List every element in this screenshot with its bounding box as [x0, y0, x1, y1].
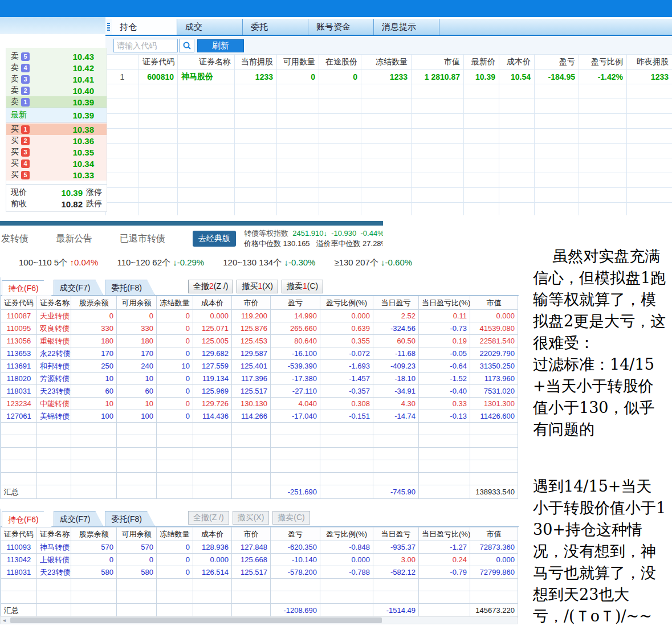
table2-tabs: 持仓(F6)成交(F7)委托(F8)全撤(Z /)撤买(X)撤卖(C): [1, 509, 519, 527]
table1-tab-2[interactable]: 委托(F8): [105, 280, 155, 295]
ask-badge-icon: 5: [21, 52, 30, 61]
bid-badge-icon: 2: [21, 137, 30, 145]
bid-badge-icon: 3: [21, 148, 30, 157]
bid-levels: 买 1 10.38 买 2 10.36 买 3 10.35 买 4 10.34 …: [6, 122, 107, 181]
table2-cancel-button-2: 撤卖(C): [272, 511, 309, 525]
range-filter-0[interactable]: 100~110 5个 ↑0.04%: [19, 257, 98, 268]
sim-account1-panel: 持仓(F6)成交(F7)委托(F8)全撤2(Z /)撤买1(X)撤卖1(C)证券…: [0, 277, 519, 499]
holdings-row: 1600810神马股份12330012331 2810.8710.3910.54…: [106, 69, 672, 84]
scrollbar-thumb[interactable]: [10, 617, 382, 623]
table1-grid: 证券代码证券名称股票余额可用余额冻结数量成本价市价盈亏盈亏比例(%)当日盈亏当日…: [1, 296, 518, 499]
bond-row: 127061美锦转债1001000114.436114.266-17.040-0…: [1, 410, 518, 423]
range-filter-3[interactable]: ≥130 207个 ↓-0.60%: [334, 257, 412, 268]
user-note-text: 虽然对实盘充满信心，但模拟盘1跑输等权就算了，模拟盘2更是大亏，这很难受： 过滤…: [533, 224, 666, 626]
bond-row: 118031天23转债60600125.969125.517-27.110-0.…: [1, 385, 518, 398]
summary-row: 汇总 -1208.690 -1514.49 145673.220: [1, 604, 518, 617]
account-tab-0[interactable]: 持仓: [112, 19, 177, 35]
quote-footer-row: 前收 10.82 跌停: [6, 198, 107, 210]
note-paragraph-2: 遇到14/15+当天小于转股价值小于130+持仓这种情况，没有想到，神马亏也就算…: [533, 476, 666, 626]
latest-price-row: 最新 10.39: [6, 108, 107, 122]
summary-row: 汇总 -251.690 -745.90 138933.540: [1, 485, 518, 499]
ask-level-5[interactable]: 卖 5 10.43: [6, 51, 107, 62]
bond-row: 113056重银转债1801800125.005125.45380.6400.3…: [1, 335, 518, 347]
range-filter-1[interactable]: 110~120 62个 ↓-0.29%: [117, 257, 204, 268]
bid-level-4[interactable]: 买 4 10.34: [6, 158, 107, 169]
table1-cancel-button-2[interactable]: 撤卖1(C): [282, 280, 323, 293]
table2-grid: 证券代码证券名称股票余额可用余额冻结数量成本价市价盈亏盈亏比例(%)当日盈亏当日…: [1, 527, 518, 617]
table1-tabs: 持仓(F6)成交(F7)委托(F8)全撤2(Z /)撤买1(X)撤卖1(C): [1, 277, 519, 296]
bond-nav-item-2[interactable]: 已退市转债: [120, 233, 165, 245]
account-tab-4[interactable]: 消息提示: [374, 19, 439, 35]
account-tab-2[interactable]: 委托: [243, 19, 308, 35]
note-paragraph-1: 虽然对实盘充满信心，但模拟盘1跑输等权就算了，模拟盘2更是大亏，这很难受： 过滤…: [533, 247, 666, 438]
bid-level-1[interactable]: 买 1 10.38: [6, 124, 107, 135]
refresh-button[interactable]: 刷新: [197, 39, 244, 52]
toolbar: 刷新: [105, 37, 672, 54]
ask-level-3[interactable]: 卖 3 10.41: [6, 73, 107, 85]
quote-footer-row: 现价 10.39 涨停: [6, 187, 107, 198]
quote-footer: 现价 10.39 涨停 前收 10.82 跌停: [6, 184, 107, 210]
search-input[interactable]: [113, 39, 178, 52]
left-header-strip: [0, 17, 105, 34]
search-button[interactable]: [179, 39, 194, 52]
bid-level-3[interactable]: 买 3 10.35: [6, 146, 107, 158]
horizontal-scrollbar[interactable]: ◄: [0, 616, 518, 624]
account-tab-strip: 持仓成交委托账号资金消息提示: [105, 19, 672, 36]
table1-tab-1[interactable]: 成交(F7): [54, 280, 104, 295]
table1-cancel-button-0[interactable]: 全撤2(Z /): [188, 280, 233, 293]
ask-badge-icon: 1: [21, 98, 30, 107]
holdings-grid: 证券代码证券名称当前拥股可用数量在途股份冻结数量市值最新价成本价盈亏盈亏比例昨夜…: [105, 54, 672, 215]
title-bar: [0, 0, 672, 17]
ask-levels: 卖 5 10.43 卖 4 10.42 卖 3 10.41 卖 2 10.40 …: [6, 48, 107, 108]
search-icon: [182, 41, 192, 50]
account-tab-3[interactable]: 账号资金: [308, 19, 374, 35]
bond-row: 110087天业转债0000.000119.20014.9900.0002.52…: [1, 310, 518, 322]
ask-badge-icon: 3: [21, 75, 30, 84]
table2-cancel-button-0: 全撤(Z /): [188, 511, 229, 525]
bid-level-2[interactable]: 买 2 10.36: [6, 135, 107, 146]
bid-badge-icon: 5: [21, 171, 30, 179]
bond-nav-bar: 发转债最新公告已退市转债 去经典版 转债等权指数 2451.910↓ -10.9…: [0, 226, 383, 252]
bond-index-stats: 转债等权指数 2451.910↓ -10.930 -0.44% 87.29 价格…: [244, 228, 383, 249]
bid-level-5[interactable]: 买 5 10.33: [6, 169, 107, 181]
bid-badge-icon: 4: [21, 159, 30, 168]
table2-cancel-button-1: 撤买(X): [233, 511, 270, 525]
bond-row: 113042上银转债0000.000125.668-10.1400.0003.0…: [1, 554, 518, 566]
table1-tab-0[interactable]: 持仓(F6): [2, 280, 52, 296]
bond-row: 110093神马转债5705700128.936127.848-620.350-…: [1, 541, 518, 554]
table2-tab-0[interactable]: 持仓(F6): [2, 512, 52, 527]
sim-account2-panel: 持仓(F6)成交(F7)委托(F8)全撤(Z /)撤买(X)撤卖(C)证券代码证…: [0, 509, 519, 617]
bond-row: 123234中能转债10100129.726130.1304.0400.3084…: [1, 398, 518, 410]
table2-tab-2[interactable]: 委托(F8): [105, 511, 155, 526]
ask-badge-icon: 4: [21, 64, 30, 72]
ask-level-4[interactable]: 卖 4 10.42: [6, 62, 107, 73]
bond-row: 113691和邦转债25024010127.559125.401-539.390…: [1, 360, 518, 373]
holdings-table: 证券代码证券名称当前拥股可用数量在途股份冻结数量市值最新价成本价盈亏盈亏比例昨夜…: [105, 54, 672, 215]
ask-badge-icon: 2: [21, 87, 30, 95]
bond-nav-item-0[interactable]: 发转债: [1, 233, 28, 245]
table2-tab-1[interactable]: 成交(F7): [54, 511, 104, 526]
price-range-stats: 100~110 5个 ↑0.04%110~120 62个 ↓-0.29%120~…: [0, 254, 383, 271]
drag-handle-icon[interactable]: [105, 19, 112, 35]
bond-nav-item-1[interactable]: 最新公告: [56, 233, 92, 245]
table1-cancel-button-1[interactable]: 撤买1(X): [237, 280, 278, 293]
trading-app-window: 持仓成交委托账号资金消息提示 刷新 证券代码证券名称当前拥股可用数量在途股份冻结…: [0, 0, 672, 626]
account-tab-1[interactable]: 成交: [177, 19, 243, 35]
ask-level-2[interactable]: 卖 2 10.40: [6, 85, 107, 96]
section-divider-bar: [0, 221, 383, 226]
range-filter-2[interactable]: 120~130 134个 ↓-0.30%: [223, 257, 315, 268]
holdings-header-row: 证券代码证券名称当前拥股可用数量在途股份冻结数量市值最新价成本价盈亏盈亏比例昨夜…: [106, 55, 672, 69]
bond-row: 118020芳源转债10100119.134117.396-17.380-1.4…: [1, 373, 518, 385]
bond-row: 113653永22转债1701700129.682129.587-16.100-…: [1, 347, 518, 360]
ask-level-1[interactable]: 卖 1 10.39: [6, 96, 107, 108]
scroll-left-arrow-icon[interactable]: ◄: [1, 618, 8, 623]
bond-row: 118031天23转债5805800126.514125.517-578.200…: [1, 566, 518, 579]
bid-badge-icon: 1: [21, 125, 30, 134]
bond-row: 110095双良转债3303300125.071125.876265.6600.…: [1, 322, 518, 335]
quote-panel: 卖 5 10.43 卖 4 10.42 卖 3 10.41 卖 2 10.40 …: [6, 48, 107, 212]
classic-version-button[interactable]: 去经典版: [193, 231, 236, 247]
